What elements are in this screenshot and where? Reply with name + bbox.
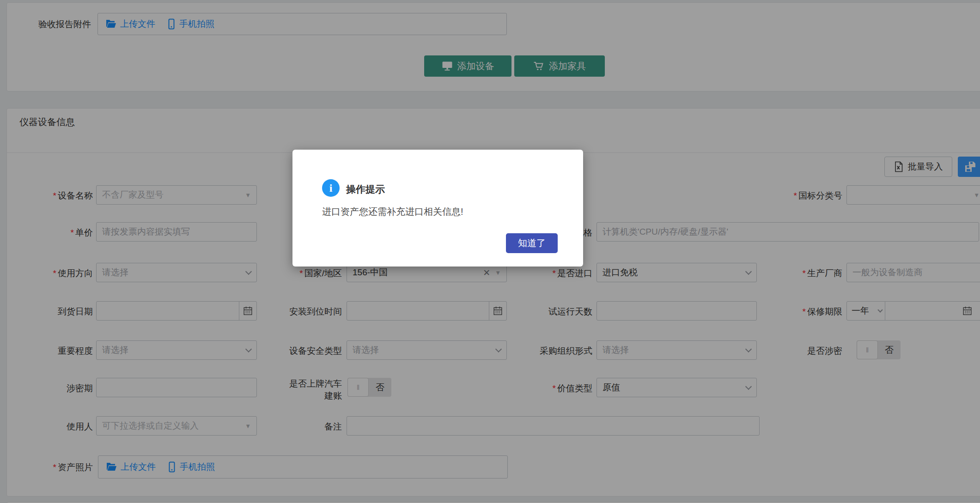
dialog-title: 操作提示 [346,183,385,196]
info-icon: i [322,179,340,197]
confirm-button[interactable]: 知道了 [506,233,558,253]
operation-tip-dialog: i 操作提示 进口资产您还需补充进口相关信息! 知道了 [292,150,583,267]
dialog-message: 进口资产您还需补充进口相关信息! [322,206,463,218]
